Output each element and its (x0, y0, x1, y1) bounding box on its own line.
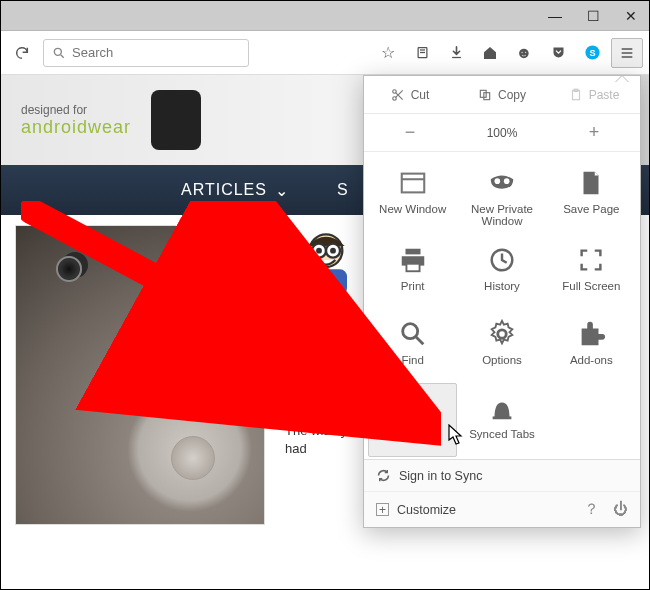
hamburger-menu-button[interactable] (611, 38, 643, 68)
customize-label: Customize (397, 503, 456, 517)
customize-button[interactable]: + Customize (376, 503, 456, 517)
svg-rect-24 (406, 264, 419, 272)
menu-print-label: Print (401, 280, 425, 292)
maximize-button[interactable]: ☐ (583, 8, 603, 24)
hero-brand-text: androidwear (21, 117, 131, 138)
hero-designed-text: designed for (21, 103, 131, 117)
menu-grid: New Window New Private Window Save Page … (364, 152, 640, 459)
zoom-in-button[interactable]: + (548, 122, 640, 143)
menu-addons-label: Add-ons (570, 354, 613, 366)
svg-point-26 (402, 324, 417, 339)
sign-in-sync[interactable]: Sign in to Sync (364, 460, 640, 491)
menu-cut[interactable]: Cut (364, 88, 456, 102)
gear-icon (487, 319, 517, 349)
twitter-follow-button[interactable]: 🐦 Fo (289, 305, 349, 326)
menu-copy-label: Copy (498, 88, 526, 102)
sign-in-sync-label: Sign in to Sync (399, 469, 482, 483)
svg-text:S: S (589, 48, 595, 58)
pocket-icon[interactable] (543, 38, 573, 68)
history-icon (487, 245, 517, 275)
menu-print[interactable]: Print (368, 235, 457, 309)
menu-copy[interactable]: Copy (456, 88, 548, 102)
browser-toolbar: ☆ ☻ S (1, 31, 649, 75)
menu-edit-row: Cut Copy Paste (364, 76, 640, 114)
copy-icon (478, 88, 492, 102)
menu-find-label: Find (401, 354, 423, 366)
svg-point-11 (330, 248, 336, 254)
find-icon (398, 319, 428, 349)
menu-paste: Paste (548, 88, 640, 102)
home-icon[interactable] (475, 38, 505, 68)
new-window-icon (398, 168, 428, 198)
menu-addons[interactable]: Add-ons (547, 309, 636, 383)
menu-developer-label: Developer (386, 428, 438, 440)
menu-footer: Sign in to Sync + Customize ？ ⏻ (364, 459, 640, 527)
menu-paste-label: Paste (589, 88, 620, 102)
avatar (291, 225, 361, 295)
close-window-button[interactable]: ✕ (621, 8, 641, 24)
menu-new-window-label: New Window (379, 203, 446, 215)
fb-like-button[interactable]: 👍 Like (289, 332, 342, 350)
menu-options[interactable]: Options (457, 309, 546, 383)
menu-options-label: Options (482, 354, 522, 366)
menu-cut-label: Cut (411, 88, 430, 102)
library-icon[interactable] (407, 38, 437, 68)
watch-image (151, 90, 201, 150)
svg-rect-2 (420, 49, 425, 50)
menu-save-page[interactable]: Save Page (547, 158, 636, 235)
plus-box-icon: + (376, 503, 389, 516)
menu-history-label: History (484, 280, 520, 292)
sync-icon (376, 468, 391, 483)
svg-rect-4 (452, 57, 461, 58)
menu-developer[interactable]: Developer (368, 383, 457, 457)
page-icon (576, 168, 606, 198)
print-icon (398, 245, 428, 275)
menu-new-private-window[interactable]: New Private Window (457, 158, 546, 235)
svg-point-21 (504, 178, 510, 184)
svg-point-20 (494, 178, 500, 184)
search-icon (52, 46, 66, 60)
help-icon[interactable]: ？ (584, 500, 599, 519)
minimize-button[interactable]: — (545, 8, 565, 24)
menu-find[interactable]: Find (368, 309, 457, 383)
menu-synced-tabs-label: Synced Tabs (469, 428, 535, 440)
mask-icon (487, 168, 517, 198)
smiley-icon[interactable]: ☻ (509, 38, 539, 68)
fullscreen-icon (576, 245, 606, 275)
bookmark-star-icon[interactable]: ☆ (373, 38, 403, 68)
svg-rect-27 (493, 416, 512, 419)
svg-point-0 (54, 48, 61, 55)
power-icon[interactable]: ⏻ (613, 500, 628, 519)
paste-icon (569, 88, 583, 102)
search-input-container[interactable] (43, 39, 249, 67)
nav-articles[interactable]: ARTICLES (181, 181, 267, 199)
svg-rect-12 (305, 269, 347, 295)
svg-rect-22 (405, 249, 420, 255)
zoom-out-button[interactable]: − (364, 122, 456, 143)
chevron-down-icon: ⌄ (275, 181, 289, 200)
wrench-icon (398, 393, 428, 423)
reload-button[interactable] (7, 38, 37, 68)
menu-full-screen-label: Full Screen (562, 280, 620, 292)
menu-history[interactable]: History (457, 235, 546, 309)
puzzle-icon (576, 319, 606, 349)
menu-synced-tabs[interactable]: Synced Tabs (457, 383, 546, 457)
article-photo (15, 225, 265, 525)
svg-rect-3 (420, 52, 425, 53)
menu-empty-slot (547, 383, 636, 457)
zoom-value: 100% (456, 126, 548, 140)
menu-save-page-label: Save Page (563, 203, 619, 215)
window-titlebar: — ☐ ✕ (1, 1, 649, 31)
downloads-icon[interactable] (441, 38, 471, 68)
search-input[interactable] (72, 45, 240, 60)
svg-point-10 (316, 248, 322, 254)
skype-icon[interactable]: S (577, 38, 607, 68)
scissors-icon (391, 88, 405, 102)
hamburger-menu-panel: Cut Copy Paste − 100% + New Window New P… (363, 75, 641, 528)
menu-zoom-row: − 100% + (364, 114, 640, 152)
nav-item-2[interactable]: S (337, 181, 349, 199)
svg-rect-19 (401, 174, 424, 193)
menu-full-screen[interactable]: Full Screen (547, 235, 636, 309)
menu-new-window[interactable]: New Window (368, 158, 457, 235)
synced-tabs-icon (487, 393, 517, 423)
